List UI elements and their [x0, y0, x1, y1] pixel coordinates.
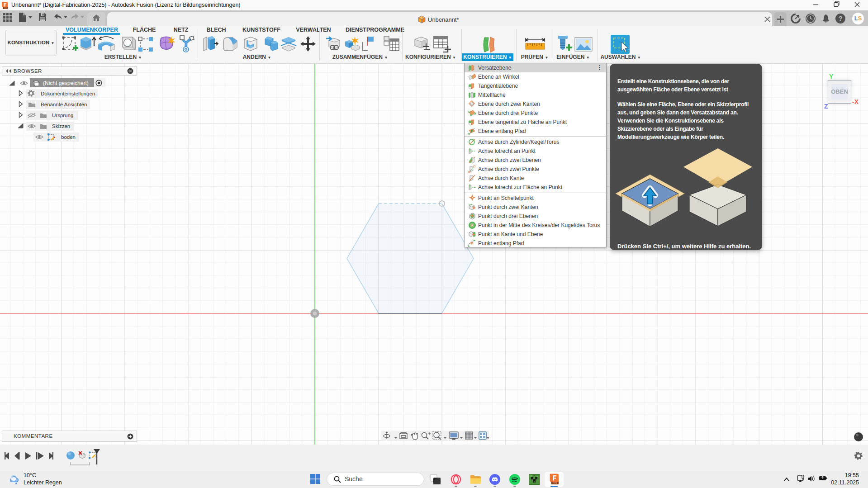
svg-text:?: ? [839, 15, 843, 22]
svg-text:FUS: FUS [553, 482, 557, 484]
svg-text:FUS: FUS [4, 7, 6, 9]
